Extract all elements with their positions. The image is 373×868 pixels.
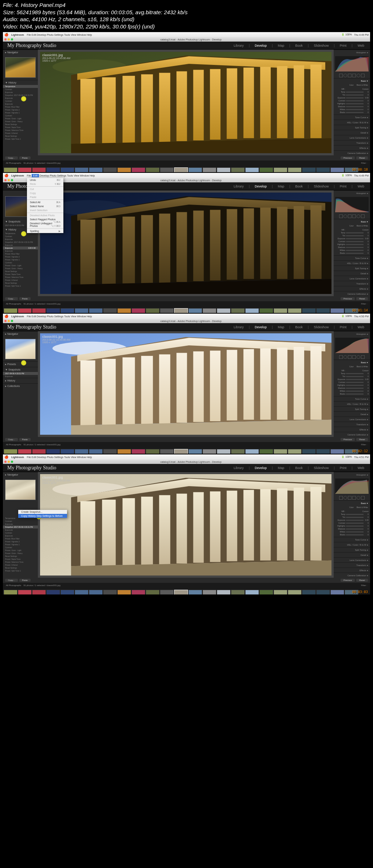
reset-button[interactable]: Reset: [356, 579, 368, 582]
histogram[interactable]: [335, 338, 369, 353]
filmstrip-thumb[interactable]: [203, 308, 216, 313]
filmstrip-thumb[interactable]: [188, 167, 202, 172]
copy-button[interactable]: Copy...: [5, 297, 18, 300]
crop-tool-icon[interactable]: [339, 496, 343, 500]
previous-button[interactable]: Previous: [341, 156, 355, 159]
module-develop[interactable]: Develop: [253, 465, 268, 470]
history-item[interactable]: Exposure 3.00 0.90: [3, 247, 38, 249]
menu-develop[interactable]: Develop: [37, 34, 46, 36]
module-library[interactable]: Library: [232, 325, 245, 330]
module-book[interactable]: Book: [294, 325, 305, 330]
menu-photo[interactable]: Photo: [50, 174, 56, 177]
slider-exposure[interactable]: Exposure0.00: [335, 519, 369, 522]
menu-settings[interactable]: Settings: [54, 456, 63, 458]
filmstrip[interactable]: [3, 166, 370, 172]
module-web[interactable]: Web: [356, 184, 366, 189]
brush-tool-icon[interactable]: [361, 355, 365, 359]
filmstrip-thumb[interactable]: [274, 167, 287, 172]
paste-button[interactable]: Paste: [19, 579, 31, 582]
history-panel[interactable]: ▼ History: [3, 80, 38, 85]
menu-tools[interactable]: Tools: [64, 34, 70, 36]
history-item[interactable]: Contrast: [3, 100, 38, 102]
split-toning-panel[interactable]: Split Toning ◂: [334, 547, 370, 552]
filmstrip-thumb[interactable]: [160, 167, 174, 172]
menu-settings[interactable]: Settings: [54, 34, 63, 36]
menu-develop[interactable]: Develop: [37, 315, 46, 318]
history-item[interactable]: Reset Settings: [3, 282, 38, 284]
menu-tools[interactable]: Tools: [64, 315, 70, 318]
filmstrip-thumb[interactable]: [103, 449, 117, 454]
filmstrip-thumb[interactable]: [330, 449, 344, 454]
filmstrip-thumb[interactable]: [89, 449, 103, 454]
filmstrip-thumb[interactable]: [60, 308, 74, 313]
history-item[interactable]: Reset Settings: [3, 123, 38, 126]
menu-file[interactable]: File: [27, 456, 31, 458]
wb-preset[interactable]: Custom: [362, 88, 369, 90]
filmstrip-thumb[interactable]: [75, 449, 89, 454]
history-item[interactable]: Preset: Vignette 1: [3, 543, 38, 546]
main-image[interactable]: [40, 52, 331, 153]
tone-curve-panel[interactable]: Tone Curve ◂: [334, 255, 370, 260]
history-item[interactable]: Preset: Grain - Heavy: [3, 267, 38, 270]
treatment-color[interactable]: Color: [349, 365, 354, 368]
camera-cal-panel[interactable]: Camera Calibration ◂: [334, 432, 370, 437]
history-item[interactable]: Preset: Sepia Tone: [3, 558, 38, 561]
module-print[interactable]: Print: [338, 43, 348, 48]
filmstrip-thumb[interactable]: [316, 167, 330, 172]
module-print[interactable]: Print: [338, 465, 348, 470]
filmstrip-thumb[interactable]: [18, 308, 32, 313]
navigator-thumb[interactable]: [5, 339, 36, 359]
filmstrip-thumb[interactable]: [32, 590, 46, 594]
module-map[interactable]: Map: [276, 325, 286, 330]
filmstrip-thumb[interactable]: [188, 590, 202, 594]
menu-settings[interactable]: Settings: [57, 174, 66, 177]
treatment-bw[interactable]: Black & White: [357, 84, 368, 86]
history-item[interactable]: Snapshot: 2017-09-06 4:33:31 PM: [3, 241, 38, 244]
filmstrip-thumb[interactable]: [203, 590, 216, 594]
slider-blacks[interactable]: Blacks0: [335, 252, 369, 255]
slider-contrast[interactable]: Contrast0: [335, 522, 369, 524]
slider-shadows[interactable]: Shadows0: [335, 105, 369, 108]
slider-contrast[interactable]: Contrast0: [335, 99, 369, 102]
filmstrip-thumb[interactable]: [32, 167, 46, 172]
filmstrip-thumb[interactable]: [302, 590, 316, 594]
history-item[interactable]: Exposure: [3, 534, 38, 537]
menu-item-undo[interactable]: Undo⌘Z: [27, 178, 63, 182]
history-item[interactable]: Preset: Vignette 2: [3, 108, 38, 111]
filmstrip-thumb[interactable]: [174, 449, 188, 454]
histogram-panel[interactable]: Histogram ◂: [334, 190, 370, 195]
lens-panel[interactable]: Lens Corrections ◂: [334, 557, 370, 562]
slider-temp[interactable]: Temp0: [335, 513, 369, 516]
module-library[interactable]: Library: [232, 184, 245, 189]
history-item[interactable]: Reset Settings: [3, 566, 38, 569]
filmstrip-thumb[interactable]: [103, 590, 117, 594]
slider-exposure[interactable]: Exposure0.00: [335, 378, 369, 381]
menu-edit[interactable]: Edit: [32, 174, 39, 177]
history-item[interactable]: Contrast: [3, 235, 38, 238]
tone-curve-panel[interactable]: Tone Curve ◂: [334, 396, 370, 401]
brush-tool-icon[interactable]: [361, 214, 365, 218]
copy-button[interactable]: Copy...: [5, 438, 18, 441]
filmstrip-thumb[interactable]: [217, 590, 231, 594]
filmstrip-thumb[interactable]: [288, 449, 302, 454]
filmstrip-thumb[interactable]: [160, 449, 174, 454]
filmstrip-thumb[interactable]: [4, 590, 17, 594]
history-item[interactable]: Snapshot: 2017-09-06 4:33:31 PM: [3, 526, 38, 528]
module-book[interactable]: Book: [294, 184, 305, 189]
history-item[interactable]: Preset: Selenium Tone: [3, 129, 38, 132]
basic-panel[interactable]: Basic ▾: [334, 500, 370, 505]
slider-temp[interactable]: Temp0: [335, 90, 369, 93]
wb-preset[interactable]: Custom: [362, 369, 369, 372]
snapshots-panel[interactable]: ▼ Snapshots: [3, 367, 38, 372]
effects-panel[interactable]: Effects ◂: [334, 427, 370, 432]
filmstrip-thumb[interactable]: [160, 590, 174, 594]
slider-highlights[interactable]: Highlights0: [335, 384, 369, 387]
treatment-color[interactable]: Color: [349, 84, 354, 86]
main-image[interactable]: [40, 474, 331, 576]
detail-panel[interactable]: Detail ◂: [334, 271, 370, 276]
reset-button[interactable]: Reset: [356, 438, 368, 441]
module-book[interactable]: Book: [294, 43, 305, 48]
filmstrip-thumb[interactable]: [146, 167, 160, 172]
history-item[interactable]: Exposure: [3, 523, 38, 526]
wb-preset[interactable]: Custom: [362, 229, 369, 231]
